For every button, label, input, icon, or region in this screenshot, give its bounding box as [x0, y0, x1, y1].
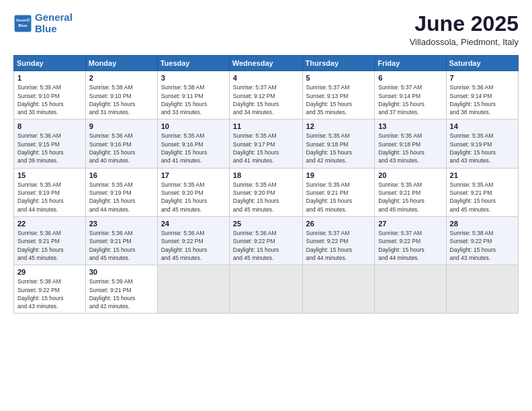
- day-number: 13: [378, 122, 442, 130]
- day-info: Sunrise: 5:35 AM Sunset: 9:20 PM Dayligh…: [161, 181, 226, 214]
- day-info: Sunrise: 5:35 AM Sunset: 9:18 PM Dayligh…: [306, 132, 371, 165]
- day-number: 17: [161, 171, 226, 179]
- location: Villadossola, Piedmont, Italy: [410, 37, 519, 47]
- day-info: Sunrise: 5:35 AM Sunset: 9:19 PM Dayligh…: [17, 181, 82, 214]
- day-number: 26: [306, 220, 371, 228]
- day-number: 21: [450, 171, 515, 179]
- day-info: Sunrise: 5:38 AM Sunset: 9:22 PM Dayligh…: [450, 229, 515, 262]
- table-cell: 1 Sunrise: 5:39 AM Sunset: 9:10 PM Dayli…: [14, 71, 86, 120]
- day-info: Sunrise: 5:37 AM Sunset: 9:14 PM Dayligh…: [378, 83, 442, 116]
- col-wednesday: Wednesday: [229, 56, 302, 71]
- day-info: Sunrise: 5:35 AM Sunset: 9:21 PM Dayligh…: [450, 181, 515, 214]
- day-number: 4: [233, 74, 299, 82]
- table-cell: 23 Sunrise: 5:36 AM Sunset: 9:21 PM Dayl…: [85, 216, 157, 265]
- day-number: 1: [17, 74, 82, 82]
- col-sunday: Sunday: [14, 56, 86, 71]
- table-cell: 6 Sunrise: 5:37 AM Sunset: 9:14 PM Dayli…: [375, 71, 446, 120]
- day-number: 25: [233, 220, 299, 228]
- calendar-table: Sunday Monday Tuesday Wednesday Thursday…: [13, 55, 519, 314]
- table-cell: 16 Sunrise: 5:35 AM Sunset: 9:19 PM Dayl…: [85, 168, 157, 216]
- table-cell: 24 Sunrise: 5:36 AM Sunset: 9:22 PM Dayl…: [157, 216, 229, 265]
- day-info: Sunrise: 5:35 AM Sunset: 9:19 PM Dayligh…: [450, 132, 515, 165]
- day-number: 19: [306, 171, 371, 179]
- day-info: Sunrise: 5:36 AM Sunset: 9:14 PM Dayligh…: [450, 83, 515, 116]
- table-cell: [446, 265, 518, 314]
- table-cell: 20 Sunrise: 5:35 AM Sunset: 9:21 PM Dayl…: [375, 168, 446, 216]
- table-cell: 15 Sunrise: 5:35 AM Sunset: 9:19 PM Dayl…: [14, 168, 86, 216]
- table-cell: 4 Sunrise: 5:37 AM Sunset: 9:12 PM Dayli…: [229, 71, 302, 120]
- logo-icon: General Blue: [13, 14, 32, 33]
- logo: General Blue General Blue: [13, 12, 73, 34]
- day-number: 20: [378, 171, 442, 179]
- day-number: 18: [233, 171, 299, 179]
- day-info: Sunrise: 5:35 AM Sunset: 9:21 PM Dayligh…: [306, 181, 371, 214]
- table-cell: 21 Sunrise: 5:35 AM Sunset: 9:21 PM Dayl…: [446, 168, 518, 216]
- day-info: Sunrise: 5:38 AM Sunset: 9:22 PM Dayligh…: [17, 277, 82, 310]
- day-number: 9: [89, 122, 154, 130]
- table-cell: 2 Sunrise: 5:38 AM Sunset: 9:10 PM Dayli…: [85, 71, 157, 120]
- table-cell: 27 Sunrise: 5:37 AM Sunset: 9:22 PM Dayl…: [375, 216, 446, 265]
- table-cell: 9 Sunrise: 5:36 AM Sunset: 9:16 PM Dayli…: [85, 120, 157, 168]
- month-title: June 2025: [410, 12, 519, 36]
- header: General Blue General Blue June 2025 Vill…: [13, 12, 519, 47]
- day-number: 23: [89, 220, 154, 228]
- table-cell: 10 Sunrise: 5:35 AM Sunset: 9:16 PM Dayl…: [157, 120, 229, 168]
- day-info: Sunrise: 5:36 AM Sunset: 9:21 PM Dayligh…: [17, 229, 82, 262]
- day-info: Sunrise: 5:35 AM Sunset: 9:16 PM Dayligh…: [161, 132, 226, 165]
- day-number: 30: [89, 268, 154, 276]
- table-cell: [375, 265, 446, 314]
- table-cell: 11 Sunrise: 5:35 AM Sunset: 9:17 PM Dayl…: [229, 120, 302, 168]
- day-number: 27: [378, 220, 442, 228]
- page: General Blue General Blue June 2025 Vill…: [0, 0, 532, 411]
- col-saturday: Saturday: [446, 56, 518, 71]
- day-number: 16: [89, 171, 154, 179]
- table-cell: 25 Sunrise: 5:36 AM Sunset: 9:22 PM Dayl…: [229, 216, 302, 265]
- table-cell: 30 Sunrise: 5:39 AM Sunset: 9:21 PM Dayl…: [85, 265, 157, 314]
- day-info: Sunrise: 5:37 AM Sunset: 9:12 PM Dayligh…: [233, 83, 299, 116]
- day-number: 8: [17, 122, 82, 130]
- day-info: Sunrise: 5:37 AM Sunset: 9:22 PM Dayligh…: [306, 229, 371, 262]
- table-cell: 12 Sunrise: 5:35 AM Sunset: 9:18 PM Dayl…: [302, 120, 375, 168]
- logo-text: General Blue: [35, 12, 73, 34]
- day-number: 2: [89, 74, 154, 82]
- table-cell: 7 Sunrise: 5:36 AM Sunset: 9:14 PM Dayli…: [446, 71, 518, 120]
- day-number: 3: [161, 74, 226, 82]
- col-monday: Monday: [85, 56, 157, 71]
- table-cell: [157, 265, 229, 314]
- table-cell: 26 Sunrise: 5:37 AM Sunset: 9:22 PM Dayl…: [302, 216, 375, 265]
- table-cell: 22 Sunrise: 5:36 AM Sunset: 9:21 PM Dayl…: [14, 216, 86, 265]
- title-block: June 2025 Villadossola, Piedmont, Italy: [410, 12, 519, 47]
- day-info: Sunrise: 5:39 AM Sunset: 9:21 PM Dayligh…: [89, 277, 154, 310]
- table-cell: 13 Sunrise: 5:35 AM Sunset: 9:18 PM Dayl…: [375, 120, 446, 168]
- table-cell: 14 Sunrise: 5:35 AM Sunset: 9:19 PM Dayl…: [446, 120, 518, 168]
- table-cell: [302, 265, 375, 314]
- day-number: 29: [17, 268, 82, 276]
- table-cell: 19 Sunrise: 5:35 AM Sunset: 9:21 PM Dayl…: [302, 168, 375, 216]
- svg-text:Blue: Blue: [18, 22, 28, 27]
- table-cell: 29 Sunrise: 5:38 AM Sunset: 9:22 PM Dayl…: [14, 265, 86, 314]
- table-cell: 5 Sunrise: 5:37 AM Sunset: 9:13 PM Dayli…: [302, 71, 375, 120]
- day-info: Sunrise: 5:36 AM Sunset: 9:22 PM Dayligh…: [161, 229, 226, 262]
- day-number: 28: [450, 220, 515, 228]
- calendar-header-row: Sunday Monday Tuesday Wednesday Thursday…: [14, 56, 519, 71]
- table-cell: 17 Sunrise: 5:35 AM Sunset: 9:20 PM Dayl…: [157, 168, 229, 216]
- day-number: 22: [17, 220, 82, 228]
- day-number: 7: [450, 74, 515, 82]
- day-number: 6: [378, 74, 442, 82]
- day-number: 10: [161, 122, 226, 130]
- day-number: 12: [306, 122, 371, 130]
- day-number: 15: [17, 171, 82, 179]
- day-number: 24: [161, 220, 226, 228]
- day-info: Sunrise: 5:35 AM Sunset: 9:21 PM Dayligh…: [378, 181, 442, 214]
- table-cell: 8 Sunrise: 5:36 AM Sunset: 9:15 PM Dayli…: [14, 120, 86, 168]
- col-tuesday: Tuesday: [157, 56, 229, 71]
- col-thursday: Thursday: [302, 56, 375, 71]
- day-info: Sunrise: 5:38 AM Sunset: 9:11 PM Dayligh…: [161, 83, 226, 116]
- day-number: 14: [450, 122, 515, 130]
- day-info: Sunrise: 5:38 AM Sunset: 9:10 PM Dayligh…: [89, 83, 154, 116]
- day-info: Sunrise: 5:36 AM Sunset: 9:16 PM Dayligh…: [89, 132, 154, 165]
- day-number: 5: [306, 74, 371, 82]
- table-cell: 28 Sunrise: 5:38 AM Sunset: 9:22 PM Dayl…: [446, 216, 518, 265]
- day-info: Sunrise: 5:35 AM Sunset: 9:17 PM Dayligh…: [233, 132, 299, 165]
- day-info: Sunrise: 5:36 AM Sunset: 9:22 PM Dayligh…: [233, 229, 299, 262]
